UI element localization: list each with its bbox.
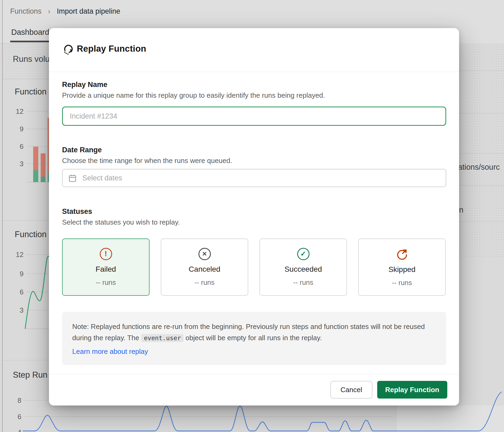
chevron-right-icon: ›	[48, 7, 50, 16]
right-row-text: ations/sourc	[458, 163, 500, 172]
status-card-label: Canceled	[189, 265, 220, 274]
y-tick: 9	[11, 270, 24, 278]
status-cards: ! Failed -- runs ✕ Canceled -- runs ✓ Su…	[62, 238, 446, 296]
divider	[459, 70, 504, 71]
page-left-border	[2, 0, 3, 432]
gridline	[26, 111, 49, 111]
status-card-canceled[interactable]: ✕ Canceled -- runs	[161, 238, 248, 296]
replay-function-modal: Replay Function Replay Name Provide a un…	[49, 28, 459, 406]
replay-name-label: Replay Name	[62, 81, 108, 89]
right-row-text: n	[459, 206, 463, 214]
skip-forward-circle-icon	[396, 248, 408, 260]
learn-more-link[interactable]: Learn more about replay	[72, 346, 148, 357]
tab-dashboard[interactable]: Dashboard	[11, 28, 49, 37]
right-panel	[459, 43, 504, 257]
divider	[49, 374, 459, 374]
tab-active-underline	[10, 41, 50, 42]
divider	[459, 221, 504, 222]
statuses-label: Statuses	[62, 207, 92, 216]
y-tick: 3	[11, 160, 24, 168]
date-range-description: Choose the time range for when the runs …	[62, 157, 232, 165]
status-card-failed[interactable]: ! Failed -- runs	[62, 238, 150, 296]
divider	[459, 153, 504, 154]
date-range-label: Date Range	[62, 146, 102, 154]
status-card-skipped[interactable]: Skipped -- runs	[358, 238, 446, 296]
modal-footer: Cancel Replay Function	[330, 381, 447, 399]
replay-function-button[interactable]: Replay Function	[377, 381, 447, 399]
y-tick: 6	[11, 142, 24, 151]
status-card-succeeded[interactable]: ✓ Succeeded -- runs	[259, 238, 347, 296]
statuses-description: Select the statuses you wish to replay.	[62, 218, 180, 226]
calendar-icon	[68, 173, 77, 183]
note-text-after: object will be empty for all runs in the…	[184, 334, 322, 342]
alert-circle-icon: !	[100, 248, 112, 260]
divider	[459, 185, 504, 186]
breadcrumb: Functions › Import data pipeline	[10, 7, 120, 16]
check-circle-icon: ✓	[297, 248, 310, 260]
replay-name-input[interactable]	[62, 107, 446, 126]
chart1-heading: Function	[15, 87, 47, 97]
x-circle-icon: ✕	[198, 248, 211, 260]
status-card-count: -- runs	[392, 279, 412, 287]
y-tick: 3	[11, 306, 24, 314]
y-tick: 9	[11, 125, 24, 133]
y-tick: 6	[11, 288, 24, 296]
replay-name-description: Provide a unique name for this replay gr…	[62, 91, 325, 100]
chart2-heading: Function	[15, 230, 47, 239]
runs-volume-heading: Runs volu	[13, 54, 50, 64]
replay-icon	[62, 43, 75, 55]
status-card-count: -- runs	[96, 278, 116, 287]
divider	[459, 113, 504, 113]
y-tick: 12	[11, 251, 24, 259]
date-range-input[interactable]	[62, 169, 446, 187]
replay-note: Note: Replayed functions are re-run from…	[62, 312, 446, 365]
code-chip: event.user	[141, 334, 184, 342]
status-card-label: Succeeded	[284, 265, 322, 274]
y-tick: 12	[11, 107, 24, 116]
breadcrumb-functions[interactable]: Functions	[10, 7, 41, 16]
modal-title: Replay Function	[77, 44, 146, 54]
chart3-heading: Step Run	[13, 370, 47, 380]
app-window: Functions › Import data pipeline Dashboa…	[0, 0, 504, 432]
date-range-text-input[interactable]	[82, 174, 440, 183]
cancel-button[interactable]: Cancel	[330, 381, 372, 399]
stacked-bar-chart	[32, 116, 51, 183]
line-chart-green	[23, 252, 51, 332]
breadcrumb-current: Import data pipeline	[57, 7, 120, 16]
status-card-label: Skipped	[388, 265, 415, 274]
status-card-count: -- runs	[194, 278, 215, 287]
status-card-label: Failed	[96, 265, 116, 274]
divider	[49, 72, 459, 72]
status-card-count: -- runs	[293, 278, 313, 287]
